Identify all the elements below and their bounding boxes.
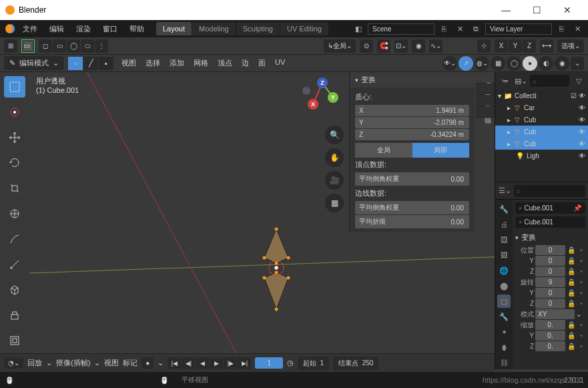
play-reverse-icon[interactable]: ◀	[196, 357, 209, 369]
viewlayer-browse-icon[interactable]: ⧉	[469, 22, 483, 35]
zoom-icon[interactable]: 🔍	[325, 126, 344, 144]
outliner-item-cube-2[interactable]: ▸▽Cub👁	[495, 126, 588, 138]
rot-mode-row[interactable]: 模式XY⌄	[515, 309, 585, 319]
tool-addcube[interactable]	[4, 279, 25, 301]
persp-ortho-icon[interactable]: ▦	[325, 194, 344, 212]
visibility-icon[interactable]: 👁⌄	[443, 56, 457, 71]
sel-lasso-icon[interactable]: ⬭	[81, 39, 94, 53]
edge-select-icon[interactable]: ╱	[83, 57, 98, 70]
shading-options-icon[interactable]: ⌄	[571, 57, 584, 70]
orientation-dropdown[interactable]: ↳ 全局 ⌄	[324, 39, 356, 53]
collection-checkbox[interactable]: ☑	[571, 92, 577, 100]
shading-matprev-icon[interactable]: ◐	[539, 56, 553, 71]
scene-new-icon[interactable]: ⎘	[437, 22, 451, 35]
rot-x-row[interactable]: 旋转9🔒•	[515, 277, 585, 287]
pivot-icon[interactable]: ⊙	[360, 39, 373, 53]
menu-render[interactable]: 渲染	[71, 21, 96, 37]
viewport-3d[interactable]: 用户透视 (1) Cube.001 Z Y X 🔍 ✋ 🎥 ▦	[29, 72, 495, 369]
select-box-icon[interactable]: ▭	[23, 41, 33, 51]
gizmo-toggle-icon[interactable]: ↗	[459, 56, 473, 71]
loc-x-row[interactable]: 位置0🔒•	[515, 245, 585, 255]
ptab-viewlayer[interactable]: 🖽	[497, 248, 511, 262]
outliner-item-cube-3[interactable]: ▸▽Cub👁	[495, 138, 588, 150]
start-frame-field[interactable]: 起始 1	[298, 357, 329, 370]
loc-y-row[interactable]: Y0🔒•	[515, 256, 585, 266]
tool-cursor[interactable]	[4, 102, 25, 123]
viewlayer-name-field[interactable]: View Layer	[485, 23, 552, 35]
eye-icon[interactable]: 👁	[579, 152, 585, 160]
snap-toggle-icon[interactable]: 🧲	[377, 39, 390, 53]
menu-face[interactable]: 面	[254, 56, 270, 70]
sel-more-icon[interactable]: ⋮	[95, 39, 108, 53]
npanel-transform-header[interactable]: 变换	[350, 72, 475, 87]
nav-gizmo[interactable]: Z Y X	[308, 77, 341, 111]
scene-name-field[interactable]: Scene	[368, 23, 434, 35]
menu-edge[interactable]: 边	[238, 56, 253, 70]
editor-type-icon[interactable]: ⊞	[4, 39, 17, 53]
menu-file[interactable]: 文件	[17, 21, 43, 37]
outliner-collection-row[interactable]: ▾📁Collecti ☑ 👁	[495, 89, 588, 102]
props-name-field[interactable]: ▫ Cube.001	[515, 216, 585, 228]
keyframe-next-icon[interactable]: |▶	[224, 357, 237, 369]
outliner-tree[interactable]: ▾📁Collecti ☑ 👁 ▸▽Car👁 ▸▽Cub👁 ▸▽Cub👁 ▸▽Cu…	[495, 89, 588, 182]
timeline-view-menu[interactable]: 视图	[104, 358, 119, 368]
sel-circle-icon[interactable]: ◯	[67, 39, 80, 53]
axis-y-toggle[interactable]: Y	[509, 39, 522, 53]
minimize-button[interactable]: —	[491, 0, 521, 20]
proportional-icon[interactable]: ◉	[412, 39, 425, 53]
ptab-output[interactable]: 🖼	[497, 233, 511, 246]
menu-vertex[interactable]: 顶点	[214, 56, 236, 70]
gizmo-neg-icon[interactable]	[302, 87, 310, 95]
menu-uv[interactable]: UV	[271, 56, 289, 70]
menu-view[interactable]: 视图	[117, 56, 140, 70]
props-path[interactable]: ▫ Cube.001 📌	[515, 202, 585, 214]
menu-window[interactable]: 窗口	[97, 21, 123, 37]
current-frame-field[interactable]: 1	[255, 357, 283, 369]
sel-box-icon[interactable]: ▭	[53, 39, 66, 53]
tool-measure[interactable]	[4, 254, 25, 275]
autokey-icon[interactable]: ●	[141, 357, 154, 369]
overlay-toggle-icon[interactable]: ◍⌄	[475, 56, 489, 71]
tab-uvediting[interactable]: UV Editing	[280, 22, 328, 35]
gizmo-z-icon[interactable]: Z	[317, 77, 328, 88]
local-button[interactable]: 局部	[412, 143, 470, 158]
keyframe-prev-icon[interactable]: ◀|	[182, 357, 195, 369]
eye-icon[interactable]: 👁	[579, 116, 585, 124]
vertex-select-icon[interactable]: ▫	[68, 57, 83, 70]
blender-icon[interactable]	[4, 23, 16, 35]
tool-transform[interactable]	[4, 203, 25, 224]
ptab-object[interactable]: ▢	[497, 295, 511, 308]
shading-wire-icon[interactable]: ◯	[507, 56, 521, 71]
ntab-tool[interactable]: 工具	[476, 83, 495, 95]
options-dropdown[interactable]: 选项⌄	[557, 39, 584, 53]
tool-annotate[interactable]	[4, 228, 25, 250]
ptab-particle[interactable]: ✦	[497, 325, 511, 339]
play-icon[interactable]: ▶	[210, 357, 223, 369]
eye-icon[interactable]: 👁	[579, 140, 585, 148]
camera-view-icon[interactable]: 🎥	[325, 171, 344, 190]
timeline-playback-menu[interactable]: 回放	[27, 358, 42, 368]
props-transform-header[interactable]: 变换	[515, 230, 585, 244]
ptab-tool[interactable]: 🔧	[497, 202, 511, 216]
face-select-icon[interactable]: ▪	[99, 57, 113, 70]
outliner-item-light[interactable]: 💡Ligh👁	[495, 150, 588, 162]
ptab-scene[interactable]: 🌐	[497, 264, 511, 277]
maximize-button[interactable]: ☐	[521, 0, 552, 20]
tab-layout[interactable]: Layout	[156, 22, 192, 35]
eye-icon[interactable]: 👁	[579, 92, 585, 100]
props-type-icon[interactable]: ☰⌄	[498, 184, 511, 198]
tab-modeling[interactable]: Modeling	[192, 22, 236, 35]
menu-edit[interactable]: 编辑	[44, 21, 69, 37]
jump-start-icon[interactable]: |◀	[168, 357, 181, 369]
ntab-view[interactable]: 视图	[476, 95, 495, 106]
mirror-icon[interactable]: ⟷	[540, 39, 553, 53]
timeline-marker-menu[interactable]: 标记	[123, 358, 137, 368]
pan-icon[interactable]: ✋	[325, 148, 344, 167]
sel-tweak-icon[interactable]: ◻	[39, 39, 52, 53]
scale-x-row[interactable]: 缩放0.🔒•	[515, 320, 585, 330]
gizmo-show-icon[interactable]: ⊹	[477, 39, 491, 53]
scale-y-row[interactable]: Y0.🔒•	[515, 331, 585, 341]
props-search[interactable]: ⌕	[514, 185, 585, 197]
outliner-type-icon[interactable]: ≔	[498, 74, 511, 87]
outliner-filter-icon[interactable]: ▽	[572, 74, 585, 87]
